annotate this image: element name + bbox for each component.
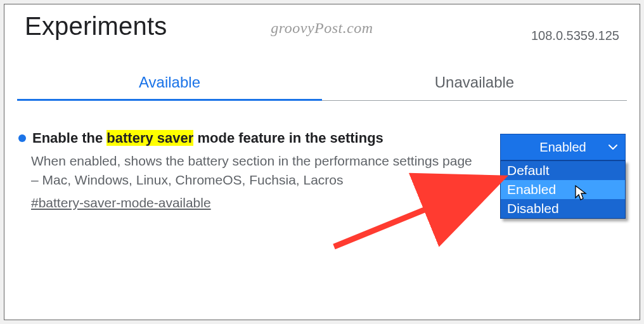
flag-select-wrap: Enabled Default Enabled Disabled bbox=[500, 134, 626, 160]
option-enabled[interactable]: Enabled bbox=[501, 180, 625, 199]
content-area: Enable the battery saver mode feature in… bbox=[4, 101, 640, 211]
tabs: Available Unavailable bbox=[17, 65, 627, 101]
flag-description: When enabled, shows the battery section … bbox=[31, 152, 475, 190]
tab-unavailable-label: Unavailable bbox=[435, 74, 514, 91]
watermark-text: groovyPost.com bbox=[271, 20, 373, 37]
header: Experiments groovyPost.com 108.0.5359.12… bbox=[4, 4, 640, 41]
flag-title: Enable the battery saver mode feature in… bbox=[32, 130, 383, 146]
chevron-down-icon bbox=[609, 144, 617, 150]
flag-select-button[interactable]: Enabled bbox=[500, 134, 626, 160]
version-label: 108.0.5359.125 bbox=[531, 29, 619, 43]
tab-available-label: Available bbox=[139, 74, 200, 91]
tab-unavailable[interactable]: Unavailable bbox=[322, 65, 627, 100]
option-default[interactable]: Default bbox=[501, 161, 625, 180]
page-title: Experiments bbox=[25, 12, 167, 41]
flag-select-current: Enabled bbox=[539, 140, 586, 155]
flag-title-highlight: battery saver bbox=[106, 130, 193, 146]
option-disabled[interactable]: Disabled bbox=[501, 199, 625, 218]
flag-hash-link[interactable]: #battery-saver-mode-available bbox=[31, 195, 211, 211]
flag-title-pre: Enable the bbox=[32, 130, 106, 146]
tab-available[interactable]: Available bbox=[17, 65, 322, 100]
experiments-window: Experiments groovyPost.com 108.0.5359.12… bbox=[4, 4, 640, 320]
flag-title-post: mode feature in the settings bbox=[193, 130, 383, 146]
flag-select-dropdown: Default Enabled Disabled bbox=[500, 160, 626, 219]
modified-indicator-icon bbox=[18, 134, 26, 142]
